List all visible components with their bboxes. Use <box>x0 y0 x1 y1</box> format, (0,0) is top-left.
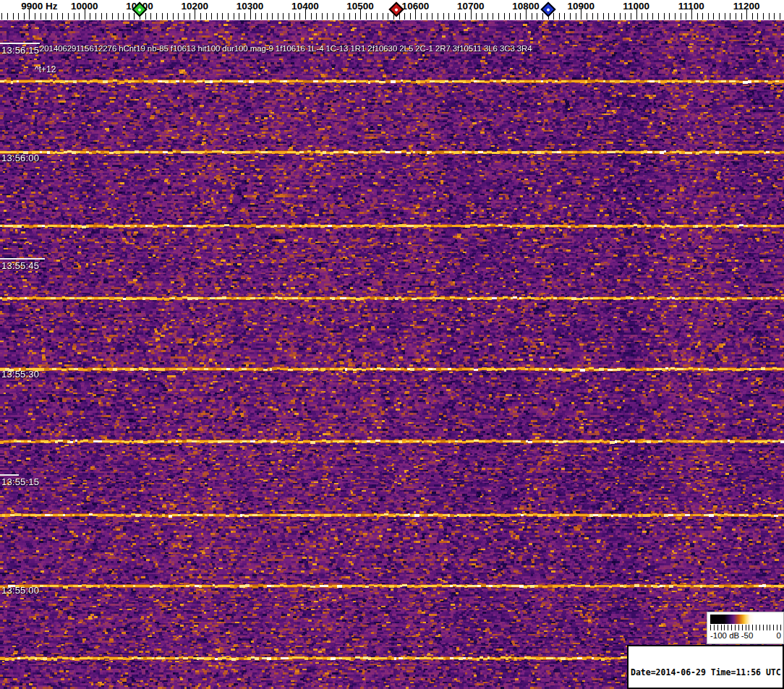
axis-label: 10400 <box>291 1 319 12</box>
axis-minor-tick <box>239 13 239 20</box>
axis-minor-tick <box>675 13 676 20</box>
axis-minor-tick <box>95 13 96 20</box>
axis-minor-tick <box>13 13 14 20</box>
time-tick <box>0 43 40 44</box>
axis-minor-tick <box>664 13 665 20</box>
axis-minor-tick <box>576 13 576 20</box>
event-time-offset-annotation: ^t+12 <box>35 64 56 74</box>
colorbar-tick <box>710 625 711 630</box>
axis-minor-tick <box>261 13 262 20</box>
axis-minor-tick <box>542 13 543 20</box>
axis-minor-tick <box>24 13 25 20</box>
time-tick <box>0 474 19 476</box>
colorbar-tick <box>763 625 764 630</box>
axis-minor-tick <box>344 13 344 20</box>
frequency-axis: 9900 Hz100001010010200103001040010500106… <box>0 0 784 20</box>
axis-minor-tick <box>106 13 107 20</box>
axis-minor-tick <box>283 13 284 20</box>
colorbar-tick <box>731 625 732 630</box>
axis-minor-tick <box>366 13 367 20</box>
colorbar-ticks <box>710 625 781 630</box>
colorbar-tick <box>714 625 715 630</box>
axis-minor-tick <box>686 13 686 20</box>
axis-minor-tick <box>222 13 223 20</box>
observation-info-box: Date=2014-06-29 Time=11:56 UTC Freq=143 … <box>627 645 784 689</box>
colorbar-label-max: 0 <box>777 631 781 640</box>
axis-minor-tick <box>145 13 146 20</box>
axis-minor-tick <box>167 13 168 20</box>
axis-minor-tick <box>267 13 268 20</box>
axis-minor-tick <box>299 13 300 20</box>
colorbar-tick <box>780 625 781 630</box>
colorbar-tick <box>759 625 760 630</box>
time-label: 13:55:00 <box>1 585 39 596</box>
axis-minor-tick <box>647 13 648 20</box>
axis-minor-tick <box>206 13 207 20</box>
axis-minor-tick <box>162 13 163 20</box>
axis-minor-tick <box>713 13 714 20</box>
axis-minor-tick <box>68 13 69 20</box>
axis-minor-tick <box>112 13 113 20</box>
axis-minor-tick <box>520 13 521 20</box>
axis-label: 10800 <box>512 1 540 12</box>
axis-minor-tick <box>597 13 598 20</box>
axis-minor-tick <box>156 13 157 20</box>
axis-minor-tick <box>681 13 681 20</box>
colorbar-tick <box>728 625 728 630</box>
axis-minor-tick <box>41 13 41 20</box>
axis-label: 10600 <box>402 1 430 12</box>
axis-minor-tick <box>614 13 615 20</box>
colorbar-tick <box>717 625 718 630</box>
time-label: 13:56:00 <box>1 153 39 163</box>
axis-minor-tick <box>173 13 174 20</box>
colorbar-labels: -100 dB -50 0 <box>709 631 782 642</box>
axis-minor-tick <box>272 13 273 20</box>
axis-minor-tick <box>118 13 119 20</box>
axis-minor-tick <box>311 13 312 20</box>
colorbar-tick <box>721 625 722 630</box>
axis-minor-tick <box>454 13 455 20</box>
axis-minor-tick <box>244 13 245 20</box>
axis-minor-tick <box>603 13 604 20</box>
axis-label: 10900 <box>568 1 595 12</box>
colorbar-gradient <box>710 615 781 624</box>
axis-minor-tick <box>774 13 775 20</box>
axis-minor-tick <box>377 13 378 20</box>
axis-minor-tick <box>57 13 58 20</box>
colorbar-tick <box>777 625 777 630</box>
axis-minor-tick <box>587 13 587 20</box>
axis-minor-tick <box>371 13 372 20</box>
colorbar-tick <box>746 625 746 630</box>
axis-minor-tick <box>741 13 742 20</box>
axis-minor-tick <box>448 13 449 20</box>
axis-minor-tick <box>482 13 482 20</box>
axis-minor-tick <box>553 13 554 20</box>
axis-minor-tick <box>184 13 184 20</box>
marker-center-dot <box>137 7 142 12</box>
axis-minor-tick <box>123 13 124 20</box>
axis-minor-tick <box>769 13 770 20</box>
axis-minor-tick <box>134 13 135 20</box>
axis-minor-tick <box>763 13 764 20</box>
axis-label: 10000 <box>71 1 98 12</box>
colorbar-label-min: -100 dB <box>710 631 739 640</box>
axis-minor-tick <box>178 13 179 20</box>
time-label: 13:55:30 <box>1 369 39 380</box>
axis-minor-tick <box>234 13 234 20</box>
axis-minor-tick <box>410 13 411 20</box>
axis-minor-tick <box>780 13 780 20</box>
axis-minor-tick <box>559 13 560 20</box>
axis-minor-tick <box>322 13 323 20</box>
axis-minor-tick <box>459 13 460 20</box>
axis-label: 10500 <box>346 1 374 12</box>
axis-label: 10300 <box>237 1 264 12</box>
axis-minor-tick <box>388 13 388 20</box>
axis-minor-tick <box>421 13 422 20</box>
axis-minor-tick <box>211 13 212 20</box>
axis-minor-tick <box>62 13 63 20</box>
axis-minor-tick <box>443 13 444 20</box>
event-detection-annotation: 20140629115612276 hCnt19 nb-85 f10613 hi… <box>40 44 532 53</box>
colorbar-legend: -100 dB -50 0 <box>707 612 784 644</box>
axis-label: 11100 <box>678 1 704 12</box>
axis-minor-tick <box>74 13 74 20</box>
